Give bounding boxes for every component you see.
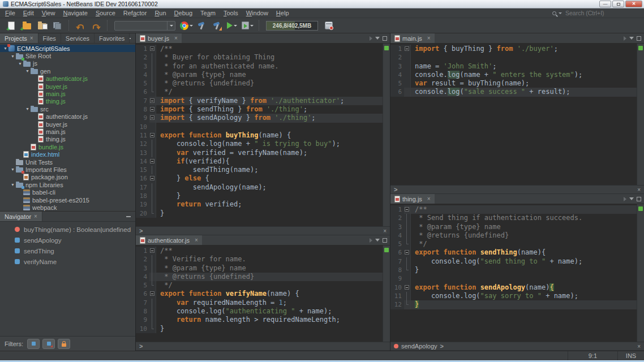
code-line[interactable]: 17 sendApology(name); (136, 183, 383, 192)
code-line[interactable]: 4console.log(name + " enters the system"… (390, 71, 637, 79)
code-fold-icon[interactable] (404, 283, 411, 292)
code-line[interactable]: 9import { sendApology } from './thing'; (136, 114, 383, 122)
code-line[interactable]: 2 * Send thing if authentication succeed… (390, 214, 637, 222)
code-line[interactable]: 2 * Buyer for obtaining Thing (136, 53, 383, 62)
menu-team[interactable]: Team (196, 10, 220, 16)
code-line[interactable]: 9 return name.length > requiredNameLengt… (136, 316, 383, 324)
expand-arrow-icon[interactable]: ▼ (10, 167, 16, 171)
code-line[interactable]: 5 */ (390, 240, 637, 248)
tree-item-authenticator-js[interactable]: authenticator.js (0, 113, 135, 120)
build-project-button[interactable] (195, 19, 208, 32)
menu-window[interactable]: Window (242, 10, 272, 16)
code-fold-icon[interactable] (404, 248, 411, 257)
code-line[interactable]: 9 (390, 274, 637, 283)
code-line[interactable]: 7import { verifyName } from './authentic… (136, 97, 383, 105)
scroll-tabs-right-icon[interactable] (370, 238, 372, 243)
tree-item-main-js[interactable]: main.js (0, 90, 135, 97)
memory-indicator[interactable]: 246,8/402,5MB (266, 21, 318, 31)
code-line[interactable]: 2 (390, 53, 637, 62)
tree-item-gen[interactable]: ▼gen (0, 67, 135, 75)
thing-editor[interactable]: 1/**2 * Send thing if authentication suc… (390, 204, 644, 342)
code-line[interactable]: 5 * @returns {undefined} (136, 79, 383, 88)
code-line[interactable]: 12 console.log(name + " is trying to buy… (136, 140, 383, 148)
code-line[interactable]: 15 sendThing(name); (136, 166, 383, 174)
tree-item-index-html[interactable]: index.html (0, 150, 135, 158)
code-line[interactable]: 8import { sendThing } from './thing'; (136, 105, 383, 114)
gc-button[interactable] (322, 19, 336, 32)
code-fold-icon[interactable] (149, 97, 156, 105)
code-line[interactable]: 3name = 'John Smith'; (390, 62, 637, 71)
code-fold-icon[interactable] (149, 157, 156, 166)
clean-build-button[interactable] (210, 19, 224, 32)
code-fold-icon[interactable] (149, 290, 156, 298)
menu-debug[interactable]: Debug (170, 10, 196, 16)
expand-arrow-icon[interactable]: ▼ (24, 107, 31, 111)
code-line[interactable]: 1/** (136, 247, 383, 255)
tree-item-webpack[interactable]: webpack (0, 204, 135, 211)
tab-list-icon[interactable] (375, 37, 380, 40)
code-line[interactable]: 6export function verifyName(name) { (136, 290, 383, 298)
close-icon[interactable]: × (174, 35, 178, 41)
tree-item-site-root[interactable]: ▼Site Root (0, 52, 135, 59)
maximize-pane-icon[interactable] (383, 36, 387, 41)
menu-navigate[interactable]: Navigate (59, 10, 91, 16)
run-project-button[interactable] (225, 19, 239, 32)
close-icon[interactable]: × (195, 237, 198, 243)
code-line[interactable]: 1/** (136, 45, 383, 53)
show-fields-button[interactable] (27, 339, 40, 349)
expand-arrow-icon[interactable]: ▼ (17, 62, 23, 66)
navigator-item-verifyname[interactable]: verifyName (0, 256, 135, 267)
expand-arrow-icon[interactable]: ▼ (10, 183, 16, 187)
code-fold-icon[interactable] (149, 131, 156, 140)
tree-item-npm-libraries[interactable]: ▼npm Libraries (0, 181, 135, 188)
code-line[interactable]: 4 * @returns {undefined} (390, 231, 637, 240)
combobox-arrow[interactable] (167, 21, 175, 30)
tree-item-buyer-js[interactable]: buyer.js (0, 83, 135, 90)
new-project-button[interactable] (20, 19, 33, 32)
code-line[interactable]: 2 * Verifier for name. (136, 255, 383, 264)
navigator-item-sendapology[interactable]: sendApology (0, 235, 135, 245)
tab-list-icon[interactable] (629, 37, 634, 40)
code-line[interactable]: 8} (390, 266, 637, 274)
close-button[interactable]: ✕ (625, 1, 642, 7)
menu-refactor[interactable]: Refactor (119, 10, 151, 16)
tab-favorites[interactable]: Favorites (95, 33, 130, 43)
breadcrumb-item[interactable]: sendApology (401, 343, 437, 350)
code-line[interactable]: 8 console.log("authenticating " + name); (136, 307, 383, 316)
code-line[interactable]: 4 * @param {type} name (136, 71, 383, 79)
code-fold-icon[interactable] (149, 247, 156, 255)
code-fold-icon[interactable] (149, 174, 156, 183)
maximize-pane-icon[interactable] (383, 238, 387, 243)
scrollbar[interactable] (637, 204, 644, 342)
menu-file[interactable]: File (1, 10, 19, 16)
close-icon[interactable]: × (637, 343, 641, 350)
menu-edit[interactable]: Edit (19, 10, 38, 16)
code-line[interactable]: 3 * @param {type} name (390, 223, 637, 231)
redo-button[interactable] (89, 19, 102, 32)
navigator-item-sendthing[interactable]: sendThing (0, 245, 135, 256)
code-line[interactable]: 7 console.log("send thing to " + name); (390, 257, 637, 266)
tree-item-ecmascript6sales[interactable]: ▼ECMAScript6Sales (0, 45, 135, 52)
code-line[interactable]: 4 * @returns {undefined} (136, 273, 383, 281)
minimize-panel-icon[interactable] (130, 38, 131, 39)
undo-button[interactable] (74, 19, 87, 32)
code-line[interactable]: 10 (136, 123, 383, 131)
code-line[interactable]: 12} (390, 300, 637, 309)
code-line[interactable]: 13 var verified = verifyName(name); (136, 149, 383, 157)
scroll-tabs-right-icon[interactable] (624, 36, 626, 41)
code-fold-icon[interactable] (404, 205, 411, 214)
tab-buyer-js[interactable]: buyer.js× (136, 33, 182, 43)
tree-item-unit-tests[interactable]: Unit Tests (0, 158, 135, 166)
scrollbar[interactable] (383, 245, 390, 342)
tab-list-icon[interactable] (629, 197, 634, 200)
scroll-tabs-right-icon[interactable] (624, 197, 626, 201)
code-line[interactable]: 5var result = buyThing(name); (390, 79, 637, 88)
tree-item-babel-cli[interactable]: babel-cli (0, 188, 135, 196)
scrollbar[interactable] (383, 44, 390, 226)
restore-button[interactable] (612, 1, 624, 7)
code-line[interactable]: 7 var requiredNameLength = 1; (136, 299, 383, 307)
code-line[interactable]: 3 * for an authenticated name. (136, 62, 383, 71)
close-icon[interactable]: × (34, 213, 37, 219)
expand-arrow-icon[interactable]: ▼ (2, 46, 8, 50)
quick-search[interactable]: Search (Ctrl+I) (552, 10, 637, 16)
